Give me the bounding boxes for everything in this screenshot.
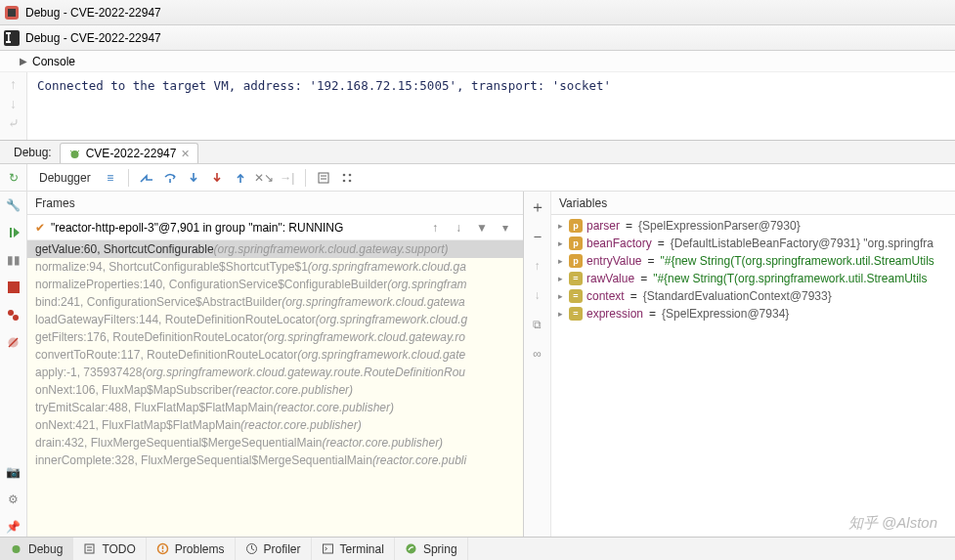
scroll-up-icon[interactable]: ↑ (6, 76, 22, 92)
variable-row[interactable]: ▸pparser = {SpelExpressionParser@7930} (551, 217, 955, 235)
svg-rect-21 (8, 281, 20, 293)
window-title: Debug - CVE-2022-22947 (25, 6, 161, 20)
view-breakpoints-icon[interactable] (4, 305, 23, 324)
variable-row[interactable]: ▸pentryValue = "#{new String(T(org.sprin… (551, 252, 955, 270)
expand-icon[interactable]: ▶ (20, 56, 27, 66)
expand-icon[interactable]: ▸ (555, 291, 565, 301)
bottom-tab-profiler[interactable]: Profiler (236, 538, 312, 560)
var-value: {StandardEvaluationContext@7933} (643, 289, 832, 303)
prev-frame-icon[interactable]: ↑ (425, 218, 445, 237)
stack-list[interactable]: getValue:60, ShortcutConfigurable (org.s… (27, 240, 523, 537)
variable-row[interactable]: ▸=rawValue = "#{new String(T(org.springf… (551, 270, 955, 287)
step-out-icon[interactable] (231, 168, 250, 188)
close-icon[interactable]: ✕ (181, 148, 190, 160)
soft-wrap-icon[interactable]: ⤶ (6, 115, 22, 131)
bottom-tab-todo[interactable]: TODO (73, 538, 146, 560)
copy-watch-icon[interactable]: ⧉ (528, 315, 547, 334)
bottom-tab-problems[interactable]: Problems (147, 538, 236, 560)
expand-icon[interactable]: ▸ (555, 221, 565, 231)
stack-frame[interactable]: apply:-1, 735937428 (org.springframework… (27, 364, 523, 381)
debug-tab[interactable]: CVE-2022-22947 ✕ (60, 143, 199, 163)
stack-frame[interactable]: loadGatewayFilters:144, RouteDefinitionR… (27, 311, 523, 328)
frames-pane: Frames ✔ "reactor-http-epoll-3"@7,901 in… (27, 192, 524, 537)
inner-title: Debug - CVE-2022-22947 (25, 31, 161, 45)
stack-frame[interactable]: convertToRoute:117, RouteDefinitionRoute… (27, 346, 523, 364)
pin-icon[interactable]: 📌 (4, 517, 23, 537)
window-titlebar: Debug - CVE-2022-22947 (0, 0, 955, 25)
show-exec-icon[interactable] (137, 168, 156, 188)
filter-icon[interactable]: ▼ (472, 218, 492, 237)
var-value: "#{new String(T(org.springframework.util… (661, 254, 934, 268)
spring-icon (405, 542, 418, 556)
bottom-tab-label: Terminal (340, 542, 384, 556)
camera-icon[interactable]: 📷 (4, 462, 23, 482)
run-to-cursor-icon[interactable]: →| (278, 168, 297, 188)
stack-frame[interactable]: drain:432, FluxMergeSequential$MergeSequ… (27, 434, 523, 452)
svg-rect-1 (8, 9, 16, 17)
variable-row[interactable]: ▸pbeanFactory = {DefaultListableBeanFact… (551, 235, 955, 252)
down-watch-icon[interactable]: ↓ (528, 285, 547, 305)
expand-icon[interactable]: ▸ (555, 256, 565, 266)
remove-watch-icon[interactable]: － (528, 227, 547, 246)
scroll-down-icon[interactable]: ↓ (6, 96, 22, 111)
expand-icon[interactable]: ▸ (555, 238, 565, 248)
var-kind-icon: p (569, 254, 583, 268)
stop-icon[interactable] (4, 278, 23, 297)
bottom-tab-terminal[interactable]: Terminal (312, 538, 395, 560)
variables-list[interactable]: ▸pparser = {SpelExpressionParser@7930}▸p… (551, 215, 955, 537)
mute-breakpoints-icon[interactable] (4, 332, 23, 352)
stack-frame[interactable]: bind:241, ConfigurationService$AbstractB… (27, 293, 523, 311)
pause-icon[interactable]: ▮▮ (4, 250, 23, 270)
next-frame-icon[interactable]: ↓ (449, 218, 468, 237)
svg-rect-27 (85, 544, 94, 553)
dropdown-icon[interactable]: ▾ (496, 218, 515, 237)
bottom-tab-debug[interactable]: Debug (0, 538, 73, 560)
stack-frame[interactable]: tryEmitScalar:488, FluxFlatMap$FlatMapMa… (27, 399, 523, 416)
settings-icon[interactable]: 🔧 (4, 195, 23, 215)
bug-icon (10, 542, 23, 556)
var-value: {DefaultListableBeanFactory@7931} "org.s… (671, 237, 933, 250)
stack-frame[interactable]: getFilters:176, RouteDefinitionRouteLoca… (27, 328, 523, 346)
stack-frame[interactable]: normalizeProperties:140, ConfigurationSe… (27, 276, 523, 293)
bottom-tab-label: Debug (28, 542, 63, 556)
bottom-tab-spring[interactable]: Spring (395, 538, 468, 560)
settings2-icon[interactable]: ⚙ (4, 490, 23, 509)
add-watch-icon[interactable]: ＋ (528, 197, 547, 217)
variable-row[interactable]: ▸=expression = {SpelExpression@7934} (551, 305, 955, 323)
debug-tab-strip: Debug: CVE-2022-22947 ✕ (0, 141, 955, 164)
bottom-tab-label: Profiler (264, 542, 301, 556)
console-output[interactable]: Connected to the target VM, address: '19… (27, 72, 955, 140)
bug-icon (68, 148, 81, 160)
resume-icon[interactable] (4, 223, 23, 242)
thread-selector[interactable]: ✔ "reactor-http-epoll-3"@7,901 in group … (27, 215, 523, 240)
drop-frame-icon[interactable]: ✕↘ (254, 168, 274, 188)
stack-frame[interactable]: innerComplete:328, FluxMergeSequential$M… (27, 452, 523, 469)
variable-row[interactable]: ▸=context = {StandardEvaluationContext@7… (551, 287, 955, 305)
threads-icon[interactable]: ≡ (101, 168, 120, 188)
trace-icon[interactable] (337, 168, 357, 188)
var-name: beanFactory (586, 237, 652, 250)
evaluate-icon[interactable] (314, 168, 333, 188)
svg-rect-4 (8, 32, 10, 41)
force-step-into-icon[interactable] (207, 168, 227, 188)
step-into-icon[interactable] (184, 168, 203, 188)
var-name: entryValue (586, 254, 641, 268)
console-tab-label[interactable]: Console (32, 55, 75, 68)
debugger-toolbar-row: ↻ Debugger ≡ ✕↘ →| (0, 164, 955, 192)
svg-point-17 (348, 173, 351, 176)
stack-frame[interactable]: onNext:106, FluxMap$MapSubscriber (react… (27, 381, 523, 399)
expand-icon[interactable]: ▸ (555, 309, 565, 319)
stack-frame[interactable]: onNext:421, FluxFlatMap$FlatMapMain (rea… (27, 416, 523, 434)
debugger-tab-button[interactable]: Debugger (33, 168, 97, 188)
bottom-tab-label: Problems (175, 542, 225, 556)
debug-label: Debug: (6, 141, 60, 163)
stack-frame[interactable]: normalize:94, ShortcutConfigurable$Short… (27, 258, 523, 276)
glasses-icon[interactable]: ∞ (528, 344, 547, 364)
svg-rect-36 (323, 544, 332, 553)
step-over-icon[interactable] (160, 168, 180, 188)
expand-icon[interactable]: ▸ (555, 274, 565, 283)
up-watch-icon[interactable]: ↑ (528, 256, 547, 276)
stack-frame[interactable]: getValue:60, ShortcutConfigurable (org.s… (27, 240, 523, 258)
rerun-icon[interactable]: ↻ (4, 168, 23, 188)
var-kind-icon: p (569, 237, 583, 250)
